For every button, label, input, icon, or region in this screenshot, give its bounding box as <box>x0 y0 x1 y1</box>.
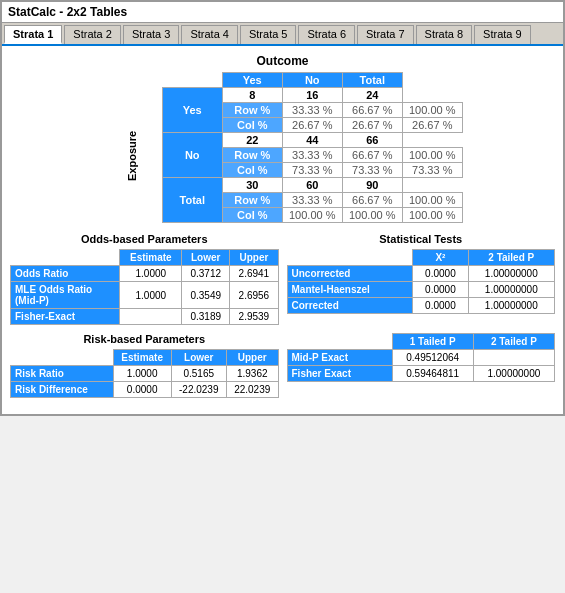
tab-strata-3[interactable]: Strata 3 <box>123 25 180 44</box>
odds-header-estimate: Estimate <box>120 250 182 266</box>
odds-title: Odds-based Parameters <box>10 233 279 245</box>
row-no-label: No <box>162 133 222 178</box>
outcome-title: Outcome <box>256 54 308 68</box>
no-row-pct-label: Row % <box>222 148 282 163</box>
odds-section: Odds-based Parameters Estimate Lower Upp… <box>10 233 279 325</box>
tab-strata-9[interactable]: Strata 9 <box>474 25 531 44</box>
table-row: Mantel-Haenszel 0.0000 1.00000000 <box>287 282 555 298</box>
yes-total-val: 24 <box>342 88 402 103</box>
yes-col-pct-label: Col % <box>222 118 282 133</box>
table-row: Uncorrected 0.0000 1.00000000 <box>287 266 555 282</box>
exact-table: 1 Tailed P 2 Tailed P Mid-P Exact 0.4951… <box>287 333 556 382</box>
content-area: Outcome Yes No Total Exposure Yes 8 16 2… <box>2 46 563 414</box>
table-row: Fisher-Exact 0.3189 2.9539 <box>11 309 279 325</box>
odds-table: Estimate Lower Upper Odds Ratio 1.0000 0… <box>10 249 279 325</box>
table-row: Risk Ratio 1.0000 0.5165 1.9362 <box>11 366 279 382</box>
table-row: Corrected 0.0000 1.00000000 <box>287 298 555 314</box>
risk-header-upper: Upper <box>226 350 278 366</box>
title-bar: StatCalc - 2x2 Tables <box>2 2 563 23</box>
yes-row-pct-label: Row % <box>222 103 282 118</box>
total-col-pct-label: Col % <box>222 208 282 223</box>
odds-header-lower: Lower <box>182 250 230 266</box>
table-row: Odds Ratio 1.0000 0.3712 2.6941 <box>11 266 279 282</box>
table-row: MLE Odds Ratio (Mid-P) 1.0000 0.3549 2.6… <box>11 282 279 309</box>
risk-table: Estimate Lower Upper Risk Ratio 1.0000 0… <box>10 349 279 398</box>
risk-section: Risk-based Parameters Estimate Lower Upp… <box>10 333 279 398</box>
tab-strata-5[interactable]: Strata 5 <box>240 25 297 44</box>
stats-section: Statistical Tests X² 2 Tailed P Uncorrec… <box>287 233 556 325</box>
stats-table: X² 2 Tailed P Uncorrected 0.0000 1.00000… <box>287 249 556 314</box>
no-total-val: 66 <box>342 133 402 148</box>
exact-section: 1 Tailed P 2 Tailed P Mid-P Exact 0.4951… <box>287 333 556 398</box>
odds-header-upper: Upper <box>230 250 278 266</box>
tab-strata-2[interactable]: Strata 2 <box>64 25 121 44</box>
yes-no-val: 16 <box>282 88 342 103</box>
stats-header-p: 2 Tailed P <box>468 250 554 266</box>
tab-bar: Strata 1Strata 2Strata 3Strata 4Strata 5… <box>2 23 563 46</box>
total-yes-val: 30 <box>222 178 282 193</box>
risk-title: Risk-based Parameters <box>10 333 279 345</box>
tab-strata-6[interactable]: Strata 6 <box>298 25 355 44</box>
outcome-section: Outcome Yes No Total Exposure Yes 8 16 2… <box>10 54 555 223</box>
exact-header-p2: 2 Tailed P <box>473 334 554 350</box>
col-header-no: No <box>282 73 342 88</box>
no-col-pct-label: Col % <box>222 163 282 178</box>
risk-header-estimate: Estimate <box>113 350 171 366</box>
stats-title: Statistical Tests <box>287 233 556 245</box>
window-title: StatCalc - 2x2 Tables <box>8 5 127 19</box>
total-total-val: 90 <box>342 178 402 193</box>
total-row-pct-label: Row % <box>222 193 282 208</box>
table-row: Mid-P Exact 0.49512064 <box>287 350 555 366</box>
main-window: StatCalc - 2x2 Tables Strata 1Strata 2St… <box>0 0 565 416</box>
stats-header-x2: X² <box>413 250 468 266</box>
table-row: Fisher Exact 0.59464811 1.00000000 <box>287 366 555 382</box>
total-no-val: 60 <box>282 178 342 193</box>
exact-header-p1: 1 Tailed P <box>392 334 473 350</box>
table-row: Risk Difference 0.0000 -22.0239 22.0239 <box>11 382 279 398</box>
risk-header-lower: Lower <box>171 350 226 366</box>
no-yes-val: 22 <box>222 133 282 148</box>
odds-stats-row: Odds-based Parameters Estimate Lower Upp… <box>10 233 555 325</box>
col-header-yes: Yes <box>222 73 282 88</box>
col-header-total: Total <box>342 73 402 88</box>
row-total-label: Total <box>162 178 222 223</box>
outcome-table: Yes No Total Exposure Yes 8 16 24 Row % … <box>102 72 463 223</box>
yes-yes-val: 8 <box>222 88 282 103</box>
no-no-val: 44 <box>282 133 342 148</box>
exposure-label: Exposure <box>102 88 162 223</box>
risk-exact-row: Risk-based Parameters Estimate Lower Upp… <box>10 333 555 398</box>
tab-strata-4[interactable]: Strata 4 <box>181 25 238 44</box>
tab-strata-8[interactable]: Strata 8 <box>416 25 473 44</box>
tab-strata-7[interactable]: Strata 7 <box>357 25 414 44</box>
row-yes-label: Yes <box>162 88 222 133</box>
tab-strata-1[interactable]: Strata 1 <box>4 25 62 44</box>
